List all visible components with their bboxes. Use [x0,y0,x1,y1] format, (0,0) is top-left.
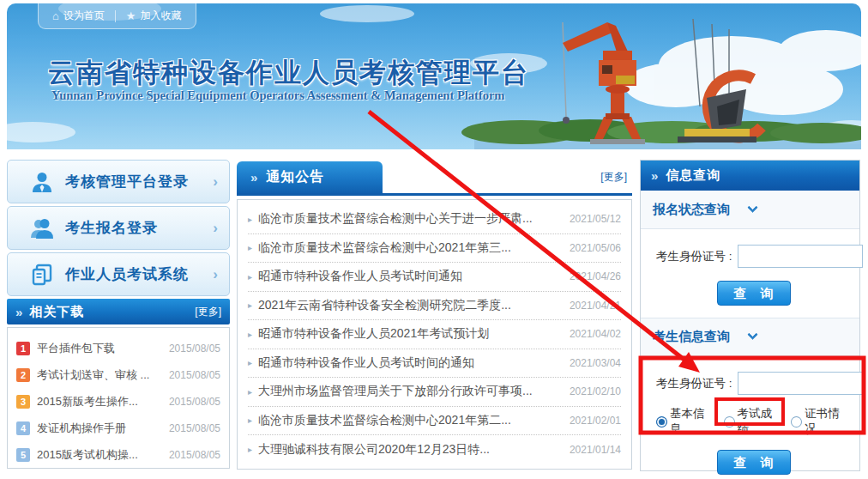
sidebar-item-admin-login[interactable]: 考核管理平台登录 › [7,160,230,203]
query-option[interactable]: 考试成绩 [724,406,784,437]
bullet-icon: ▸ [248,272,252,282]
sidebar-item-exam-system[interactable]: 作业人员考试系统 › [7,252,230,296]
sidebar-item-candidate-login[interactable]: 考生报名登录 › [7,206,230,250]
list-item: ▸ 昭通市特种设备作业人员2021年考试预计划 2021/04/02 [248,320,621,349]
notice-date: 2021/01/14 [570,444,621,456]
double-chevron-icon: » [15,305,22,319]
list-item: 1 平台插件包下载 2015/08/05 [16,335,220,361]
bullet-icon: ▸ [248,445,252,454]
add-favorite-label: 加入收藏 [141,9,182,23]
add-favorite-link[interactable]: ★ 加入收藏 [126,9,182,23]
quicklinks-bar: ⌂ 设为首页 ★ 加入收藏 [38,3,196,29]
notices-more-link[interactable]: [更多] [600,170,627,185]
set-homepage-label: 设为首页 [63,9,105,23]
notice-link[interactable]: 昭通市特种设备作业人员考试时间通知 [258,269,563,284]
notice-link[interactable]: 昭通市特种设备作业人员2021年考试预计划 [258,326,563,342]
page-subtitle: Yunnan Province Special Equipment Operat… [51,88,504,103]
notice-date: 2021/04/21 [570,300,621,312]
list-item: 3 2015新版考生操作... 2015/08/05 [16,388,220,415]
exam-doc-icon [30,263,54,287]
rank-badge: 3 [16,395,30,409]
sidebar-item-label: 考核管理平台登录 [65,172,189,191]
list-item: ▸ 大理州市场监督管理局关于下放部分行政许可事项... 2021/02/10 [248,378,621,407]
download-date: 2015/08/05 [169,422,220,434]
query-button[interactable]: 查 询 [717,450,791,475]
query-panel-header: » 信息查询 [641,161,859,191]
id-number-input[interactable] [738,245,863,268]
section-title: 报名状态查询 [653,202,730,218]
list-item: 4 发证机构操作手册 2015/08/05 [16,415,220,441]
double-chevron-icon: » [651,168,658,183]
home-icon: ⌂ [52,9,59,22]
treeline [461,119,861,144]
list-item: ▸ 昭通市特种设备作业人员考试时间的通知 2021/03/04 [248,349,621,379]
notices-title: 通知公告 [266,168,324,186]
query-option-label: 考试成绩 [738,406,784,437]
bullet-icon: ▸ [248,358,252,367]
chevron-right-icon: › [213,173,218,191]
rank-badge: 4 [16,421,30,435]
downloads-header: » 相关下载 [更多] [7,299,230,324]
query-option[interactable]: 证书情况 [791,406,851,437]
notice-date: 2021/04/02 [570,328,621,340]
notice-link[interactable]: 2021年云南省特种设备安全检测研究院二季度... [258,298,563,313]
query-type-options: 基本信息 考试成绩 证书情况 [656,406,851,437]
notice-link[interactable]: 临沧市质量技术监督综合检测中心2021年第二... [258,413,563,428]
download-date: 2015/08/05 [169,369,220,381]
rank-badge: 5 [16,448,30,462]
download-link[interactable]: 发证机构操作手册 [37,421,164,436]
downloads-title: 相关下载 [29,304,84,320]
query-button[interactable]: 查 询 [717,281,791,306]
notice-link[interactable]: 临沧市质量技术监督综合检测中心2021年第三... [258,240,563,256]
download-link[interactable]: 平台插件包下载 [37,341,164,356]
page-title: 云南省特种设备作业人员考核管理平台 [48,55,529,91]
chevron-down-icon [747,329,758,340]
users-icon [30,216,54,240]
candidate-info-form: 考生身份证号 : 基本信息 考试成绩 证书情况 查 询 [641,356,859,475]
radio-icon [656,416,667,427]
quicklinks-divider [115,10,116,22]
downloads-more-link[interactable]: [更多] [195,305,221,319]
page: ⌂ 设为首页 ★ 加入收藏 云南省特种设备作业人员考核管理平台 Yunnan P… [0,0,868,479]
id-number-label: 考生身份证号 : [656,249,732,264]
rank-badge: 1 [16,342,30,355]
tab-notices[interactable]: » 通知公告 [237,161,383,193]
tab-underline [237,193,632,196]
left-sidebar: 考核管理平台登录 › 考生报名登录 › 作业人员考试系统 › [7,160,230,469]
notice-link[interactable]: 昭通市特种设备作业人员考试时间的通知 [258,355,563,371]
sidebar-item-label: 考生报名登录 [65,218,158,238]
list-item: 2 考试计划送审、审核 ... 2015/08/05 [16,361,220,388]
notice-date: 2021/05/12 [570,213,621,225]
query-panel-title: 信息查询 [666,167,720,184]
chevron-right-icon: › [213,266,218,283]
notice-date: 2021/02/01 [570,415,621,427]
downloads-list: 1 平台插件包下载 2015/08/05 2 考试计划送审、审核 ... 201… [7,327,230,469]
radio-icon [791,416,802,427]
list-item: ▸ 大理驰诚科技有限公司2020年12月23日特... 2021/01/14 [248,435,621,464]
notice-link[interactable]: 大理州市场监督管理局关于下放部分行政许可事项... [258,384,563,399]
id-number-input[interactable] [738,372,863,395]
download-link[interactable]: 2015版考试机构操... [37,447,164,463]
set-homepage-link[interactable]: ⌂ 设为首页 [52,9,105,23]
notice-link[interactable]: 大理驰诚科技有限公司2020年12月23日特... [258,442,563,458]
bullet-icon: ▸ [248,330,252,339]
notice-link[interactable]: 临沧市质量技术监督综合检测中心关于进一步严肃... [258,211,563,227]
notices-list: ▸ 临沧市质量技术监督综合检测中心关于进一步严肃... 2021/05/12 ▸… [237,199,632,470]
download-date: 2015/08/05 [169,449,220,461]
list-item: ▸ 昭通市特种设备作业人员考试时间通知 2021/04/26 [248,263,621,292]
download-link[interactable]: 2015新版考生操作... [37,394,164,409]
registration-status-toggle[interactable]: 报名状态查询 [641,191,859,229]
bullet-icon: ▸ [248,415,252,425]
id-number-label: 考生身份证号 : [656,376,732,391]
download-link[interactable]: 考试计划送审、审核 ... [37,367,164,383]
list-item: ▸ 临沧市质量技术监督综合检测中心2021年第三... 2021/05/06 [248,234,621,264]
list-item: 5 2015版考试机构操... 2015/08/05 [16,441,220,468]
download-date: 2015/08/05 [169,396,220,408]
sidebar-item-label: 作业人员考试系统 [65,264,189,284]
notice-date: 2021/03/04 [570,357,621,369]
chevron-right-icon: › [213,220,218,237]
notices-section: » 通知公告 [更多] ▸ 临沧市质量技术监督综合检测中心关于进一步严肃... … [237,161,632,470]
query-option[interactable]: 基本信息 [656,406,716,437]
candidate-info-toggle[interactable]: 考生信息查询 [641,318,859,356]
chevron-down-icon [747,202,758,213]
